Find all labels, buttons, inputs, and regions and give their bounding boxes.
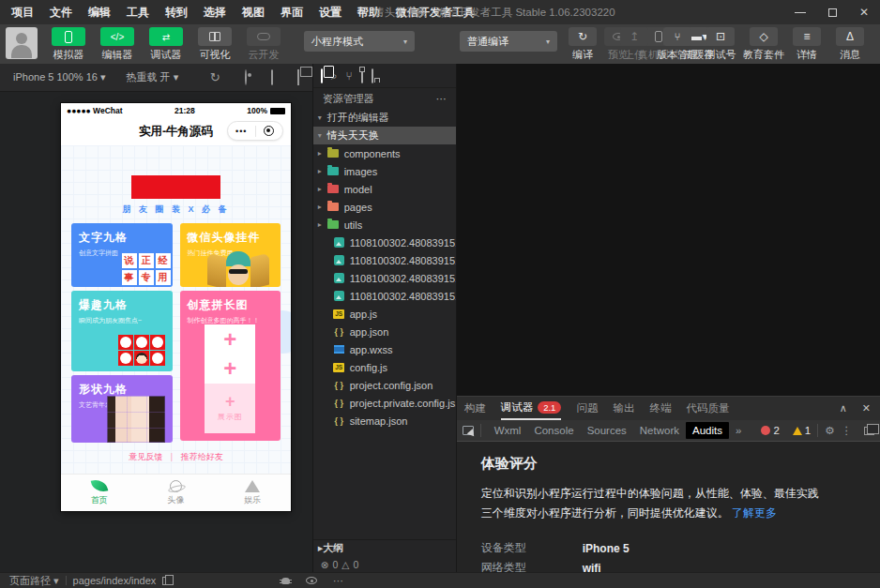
page-path-label[interactable]: 页面路径 ▾ — [9, 574, 59, 588]
tree-file-app-json[interactable]: { } app.json — [313, 323, 456, 340]
tree-file-image[interactable]: 1108100302.48083915... — [313, 234, 456, 251]
test-account-button[interactable]: ⊡ 测试号 — [700, 27, 741, 62]
tab-home[interactable]: 首页 — [61, 475, 138, 511]
tab-debugger[interactable]: 调试器 2.1 — [501, 397, 562, 420]
tree-folder-pages[interactable]: ▸ pages — [313, 198, 456, 216]
tab-code-quality[interactable]: 代码质量 — [686, 397, 729, 420]
kebab-menu-icon[interactable]: ⋮ — [835, 421, 859, 440]
tab-build[interactable]: 构建 — [464, 397, 486, 420]
rotate-icon[interactable]: ↻ — [210, 70, 220, 84]
tree-file-project-config[interactable]: { } project.config.json — [313, 376, 456, 394]
tree-file-image[interactable]: 1108100302.48083915... — [313, 287, 456, 305]
tree-file-app-js[interactable]: JS app.js — [313, 305, 456, 323]
mode-select[interactable]: 小程序模式 ▾ — [304, 31, 415, 52]
tree-file-app-wxss[interactable]: app.wxss — [313, 340, 456, 358]
devtab-console[interactable]: Console — [527, 422, 580, 439]
share-link[interactable]: 推荐给好友 — [181, 452, 223, 461]
tree-file-sitemap[interactable]: { } sitemap.json — [313, 412, 456, 430]
more-tabs-icon[interactable]: » — [729, 422, 748, 439]
tab-terminal[interactable]: 终端 — [649, 397, 671, 420]
menu-interface[interactable]: 界面 — [281, 5, 303, 21]
git-branch-icon[interactable]: ⑂ — [345, 69, 352, 83]
feedback-link[interactable]: 意见反馈 — [129, 452, 162, 461]
tab-fun[interactable]: 娱乐 — [214, 475, 291, 511]
card-avatar-pendant[interactable]: 微信头像挂件 热门挂件免费用~ — [180, 223, 281, 287]
ad-banner[interactable] — [131, 175, 220, 199]
upload-button[interactable]: ↥ 上传 — [614, 27, 655, 62]
tab-output[interactable]: 输出 — [613, 397, 634, 420]
bug-icon[interactable] — [281, 578, 290, 584]
device-selector[interactable]: iPhone 5 100% 16 ▾ — [13, 71, 106, 83]
devtab-audits[interactable]: Audits — [686, 422, 729, 439]
menu-select[interactable]: 选择 — [204, 5, 226, 21]
close-button[interactable]: ✕ — [848, 0, 880, 24]
eye-icon[interactable] — [306, 577, 317, 584]
tree-file-config-js[interactable]: JS config.js — [313, 358, 456, 376]
tree-file-project-private-config[interactable]: { } project.private.config.js... — [313, 394, 456, 412]
menu-edit[interactable]: 编辑 — [88, 5, 111, 21]
chevron-closed-icon: ▸ — [318, 167, 327, 175]
more-menu-button[interactable]: ••• — [228, 127, 255, 136]
details-button[interactable]: ≡ 详情 — [786, 27, 827, 62]
json-file-icon: { } — [333, 381, 345, 390]
popout-devtools-icon[interactable] — [864, 427, 874, 435]
education-suite-button[interactable]: ◇ 教育套件 — [743, 27, 784, 62]
more-icon[interactable]: ⋯ — [436, 93, 447, 105]
compile-mode-select[interactable]: 普通编译 ▾ — [460, 31, 557, 52]
messages-button[interactable]: Δ 消息 — [829, 27, 871, 62]
tree-file-image[interactable]: 1108100302.48083915... — [313, 251, 456, 269]
card-long-picture[interactable]: 创意拼长图 制作创意多图的高手！！ + + + 展示图 — [180, 291, 281, 441]
tree-file-image[interactable]: 1108100302.48083915... — [313, 269, 456, 287]
learn-more-link[interactable]: 了解更多 — [732, 506, 777, 520]
editor-layout-icon[interactable] — [372, 69, 373, 83]
menu-settings[interactable]: 设置 — [319, 5, 341, 21]
card-fun-grid[interactable]: 爆趣九格 瞬间成为朋友圈焦点~ — [71, 291, 173, 371]
console-error-count[interactable]: 2 — [761, 425, 779, 436]
simulator-panel: iPhone 5 100% 16 ▾ 热重载 开 ▾ ↻ ●●●●● WeCha… — [0, 64, 313, 572]
menu-tools[interactable]: 工具 — [127, 5, 149, 21]
debugger-toggle[interactable]: ⇄ 调试器 — [144, 27, 188, 62]
tree-folder-model[interactable]: ▸ model — [313, 180, 456, 198]
menu-file[interactable]: 文件 — [50, 5, 72, 21]
popout-icon[interactable] — [297, 70, 299, 84]
devtab-wxml[interactable]: Wxml — [488, 422, 528, 439]
extensions-icon[interactable] — [361, 69, 363, 83]
version-control-button[interactable]: ⑂ 版本管理 — [657, 27, 698, 62]
section-project-root[interactable]: ▾ 情头天天换 — [313, 127, 456, 144]
close-panel-icon[interactable]: ✕ — [862, 402, 871, 415]
tree-folder-components[interactable]: ▸ components — [313, 144, 456, 162]
outline-section[interactable]: ▸ 大纲 — [313, 539, 456, 556]
files-icon[interactable] — [321, 69, 323, 83]
menu-goto[interactable]: 转到 — [165, 5, 188, 21]
cloud-dev-toggle[interactable]: 云开发 — [242, 27, 285, 62]
avatar[interactable] — [6, 27, 38, 59]
devtools-settings-icon[interactable]: ⚙ — [825, 424, 834, 437]
collapse-panel-icon[interactable]: ∧ — [840, 402, 847, 415]
compile-button[interactable]: ↻ 编译 — [567, 27, 599, 62]
more-icon[interactable]: ⋯ — [333, 575, 343, 587]
maximize-button[interactable] — [816, 0, 848, 24]
menu-view[interactable]: 视图 — [242, 5, 265, 21]
devtab-network[interactable]: Network — [633, 422, 686, 439]
visualization-toggle[interactable]: 可视化 — [193, 27, 236, 62]
tree-folder-utils[interactable]: ▸ utils — [313, 216, 456, 234]
minimize-button[interactable] — [784, 0, 816, 24]
copy-icon[interactable] — [162, 577, 169, 585]
record-icon[interactable] — [245, 70, 247, 84]
simulator-toggle[interactable]: 模拟器 — [47, 27, 90, 62]
device-frame-icon[interactable] — [271, 70, 273, 84]
tab-problems[interactable]: 问题 — [576, 397, 598, 420]
close-miniprogram-button[interactable] — [256, 126, 283, 136]
refresh-icon: ↻ — [569, 27, 597, 46]
console-warning-count[interactable]: 1 — [793, 425, 811, 436]
devtab-sources[interactable]: Sources — [581, 422, 633, 439]
hot-reload-toggle[interactable]: 热重载 开 ▾ — [127, 70, 179, 84]
card-text-grid[interactable]: 文字九格 创意文字拼图 说正经 事专用 — [71, 223, 173, 287]
menu-project[interactable]: 项目 — [11, 5, 34, 21]
card-shape-grid[interactable]: 形状九格 文艺青年发图专属 — [71, 375, 173, 443]
editor-toggle[interactable]: </> 编辑器 — [96, 27, 139, 62]
tab-avatar[interactable]: 头像 — [138, 475, 215, 511]
inspect-icon[interactable] — [463, 426, 474, 435]
section-open-editors[interactable]: ▾ 打开的编辑器 — [313, 109, 456, 127]
tree-folder-images[interactable]: ▸ images — [313, 162, 456, 180]
